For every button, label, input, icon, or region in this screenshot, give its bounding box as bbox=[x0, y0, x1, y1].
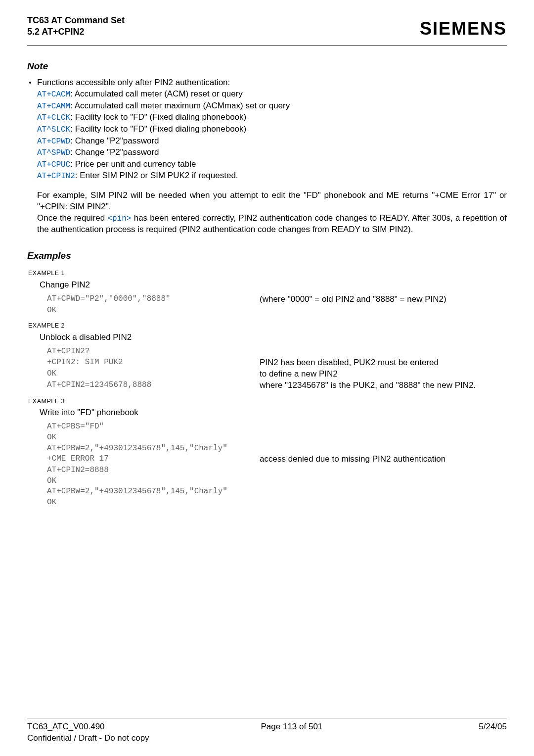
cmd-link[interactable]: AT^SPWD bbox=[37, 148, 70, 157]
cmd-link[interactable]: AT+CPWD bbox=[37, 137, 70, 146]
doc-title: TC63 AT Command Set 5.2 AT+CPIN2 bbox=[27, 15, 125, 38]
ex3-l2: OK bbox=[47, 432, 507, 443]
example-1-label: EXAMPLE 1 bbox=[28, 269, 507, 278]
ex2-r2: PIN2 has been disabled, PUK2 must be ent… bbox=[260, 357, 507, 369]
pin-link[interactable]: <pin> bbox=[107, 214, 131, 223]
brand-logo: SIEMENS bbox=[420, 15, 507, 41]
examples-heading: Examples bbox=[27, 249, 507, 262]
footer-confidential: Confidential / Draft - Do not copy bbox=[27, 733, 507, 744]
footer-doc-id: TC63_ATC_V00.490 bbox=[27, 721, 105, 733]
ex3-l5: AT+CPIN2=8888 bbox=[47, 465, 507, 476]
cmd-desc: : Change "P2"password bbox=[70, 136, 159, 145]
ex1-ok: OK bbox=[47, 305, 507, 316]
header-divider bbox=[27, 45, 507, 46]
example-1-body: AT+CPWD="P2","0000","8888" (where "0000"… bbox=[47, 294, 507, 316]
cmd-desc: : Facility lock to "FD" (Fixed dialing p… bbox=[70, 124, 246, 134]
ex2-l2: +CPIN2: SIM PUK2 bbox=[47, 357, 260, 368]
cmd-link[interactable]: AT+CPIN2 bbox=[37, 172, 75, 181]
ex3-l4: +CME ERROR 17 bbox=[47, 454, 260, 465]
ex3-l7: AT+CPBW=2,"+493012345678",145,"Charly" bbox=[47, 486, 507, 497]
ex3-l8: OK bbox=[47, 497, 507, 508]
cmd-link[interactable]: AT+CLCK bbox=[37, 113, 70, 122]
ex2-l4: AT+CPIN2=12345678,8888 bbox=[47, 380, 260, 391]
cmd-link[interactable]: AT+CAMM bbox=[37, 102, 70, 111]
cmd-link[interactable]: AT^SLCK bbox=[37, 125, 70, 134]
ex3-l1: AT+CPBS="FD" bbox=[47, 422, 507, 432]
example-2-title: Unblock a disabled PIN2 bbox=[40, 332, 507, 343]
page-header: TC63 AT Command Set 5.2 AT+CPIN2 SIEMENS bbox=[27, 15, 507, 41]
note-para-1: For example, SIM PIN2 will be needed whe… bbox=[37, 190, 507, 213]
example-3-label: EXAMPLE 3 bbox=[28, 397, 507, 406]
cmd-link[interactable]: AT+CACM bbox=[37, 90, 70, 99]
cmd-desc: : Facility lock to "FD" (Fixed dialing p… bbox=[70, 112, 246, 122]
example-3-body: AT+CPBS="FD" OK AT+CPBW=2,"+493012345678… bbox=[47, 422, 507, 508]
para-text: Once the required bbox=[37, 213, 107, 223]
example-2-body: AT+CPIN2? +CPIN2: SIM PUK2 PIN2 has been… bbox=[47, 346, 507, 391]
footer-date: 5/24/05 bbox=[479, 721, 507, 733]
note-bullet: Functions accessible only after PIN2 aut… bbox=[29, 77, 507, 182]
ex1-cmd: AT+CPWD="P2","0000","8888" bbox=[47, 294, 260, 305]
ex2-l1: AT+CPIN2? bbox=[47, 346, 260, 357]
ex2-l3: OK bbox=[47, 369, 260, 379]
title-line-2: 5.2 AT+CPIN2 bbox=[27, 26, 125, 38]
note-para-2: Once the required <pin> has been entered… bbox=[37, 213, 507, 236]
footer-divider bbox=[27, 718, 507, 718]
ex2-r3: to define a new PIN2 bbox=[260, 369, 507, 380]
note-intro: Functions accessible only after PIN2 aut… bbox=[37, 77, 507, 89]
ex3-r4: access denied due to missing PIN2 authen… bbox=[260, 454, 507, 465]
cmd-desc: : Accumulated call meter (ACM) reset or … bbox=[70, 89, 243, 98]
note-heading: Note bbox=[27, 60, 507, 73]
ex1-desc: (where "0000" = old PIN2 and "8888" = ne… bbox=[260, 294, 507, 305]
ex3-l3: AT+CPBW=2,"+493012345678",145,"Charly" bbox=[47, 443, 507, 454]
cmd-desc: : Price per unit and currency table bbox=[70, 159, 196, 169]
example-2-label: EXAMPLE 2 bbox=[28, 322, 507, 330]
ex2-r4: where "12345678" is the PUK2, and "8888"… bbox=[260, 380, 507, 391]
cmd-link[interactable]: AT+CPUC bbox=[37, 160, 70, 169]
footer-page-num: Page 113 of 501 bbox=[105, 721, 479, 733]
cmd-desc: : Change "P2"password bbox=[70, 147, 159, 157]
example-3-title: Write into "FD" phonebook bbox=[40, 407, 507, 419]
note-content: Functions accessible only after PIN2 aut… bbox=[37, 77, 507, 182]
ex3-l6: OK bbox=[47, 476, 507, 487]
title-line-1: TC63 AT Command Set bbox=[27, 15, 125, 26]
example-1-title: Change PIN2 bbox=[40, 280, 507, 291]
cmd-desc: : Accumulated call meter maximum (ACMmax… bbox=[70, 101, 290, 110]
bullet-icon bbox=[29, 82, 31, 84]
cmd-desc: : Enter SIM PIN2 or SIM PUK2 if requeste… bbox=[75, 171, 238, 180]
page-footer: TC63_ATC_V00.490 Page 113 of 501 5/24/05… bbox=[27, 718, 507, 744]
